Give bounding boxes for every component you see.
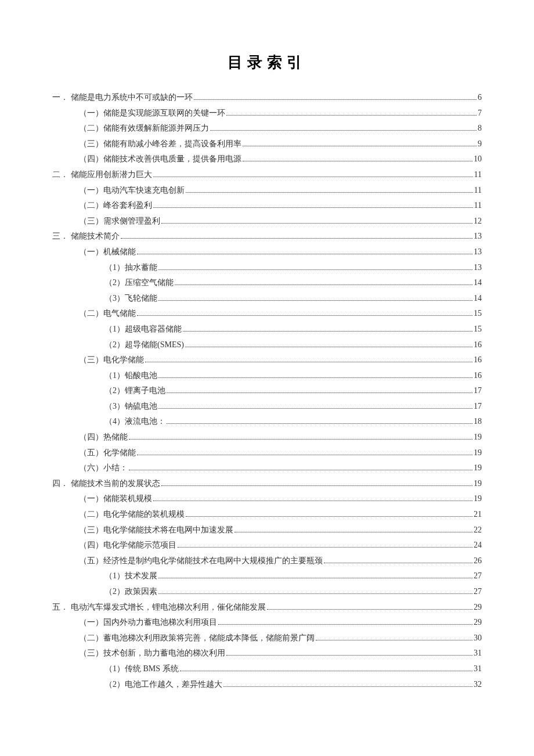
toc-entry[interactable]: （三）电化学储能16 (79, 352, 482, 368)
toc-entry[interactable]: （二）电化学储能的装机规模21 (79, 507, 482, 523)
toc-entry-text: （1）传统 BMS 系统 (104, 661, 179, 677)
toc-leader-dots (137, 315, 472, 316)
toc-entry[interactable]: （一）储能装机规模19 (79, 491, 482, 507)
toc-entry[interactable]: （三）技术创新，助力蓄电池的梯次利用31 (79, 646, 482, 661)
toc-entry-page: 10 (474, 152, 482, 167)
toc-entry-page: 17 (474, 399, 482, 415)
toc-entry-text: （四）电化学储能示范项目 (79, 538, 176, 553)
toc-entry[interactable]: （2）政策因素27 (104, 584, 482, 600)
toc-entry-page: 16 (474, 368, 482, 384)
toc-entry-text: （2）超导储能(SMES) (104, 337, 184, 353)
toc-entry[interactable]: （3）钠硫电池17 (104, 399, 482, 415)
toc-entry-page: 29 (474, 600, 482, 615)
toc-entry[interactable]: （三）需求侧管理盈利12 (79, 214, 482, 229)
toc-entry[interactable]: （一）国内外动力蓄电池梯次利用项目29 (79, 615, 482, 631)
toc-entry[interactable]: （2）超导储能(SMES)16 (104, 337, 482, 353)
toc-entry[interactable]: （六）小结：19 (79, 460, 482, 476)
toc-entry-page: 11 (474, 198, 482, 214)
toc-entry[interactable]: （五）化学储能19 (79, 445, 482, 461)
toc-entry-page: 19 (474, 460, 482, 476)
toc-entry[interactable]: （二）电气储能15 (79, 306, 482, 322)
toc-entry-text: （二）电化学储能的装机规模 (79, 507, 185, 523)
toc-leader-dots (158, 377, 472, 378)
toc-title: 目录索引 (52, 52, 482, 73)
toc-entry-text: （六）小结： (79, 460, 128, 476)
toc-entry-text: （2）电池工作越久，差异性越大 (104, 677, 222, 693)
toc-entry-page: 19 (474, 430, 482, 445)
toc-entry-page: 19 (474, 445, 482, 461)
toc-entry-page: 30 (474, 631, 482, 646)
toc-leader-dots (194, 99, 477, 100)
toc-entry-page: 13 (474, 260, 482, 276)
toc-entry-page: 24 (474, 538, 482, 553)
toc-entry[interactable]: （二）蓄电池梯次利用政策将完善，储能成本降低，储能前景广阔30 (79, 631, 482, 646)
toc-leader-dots (158, 593, 472, 594)
toc-entry[interactable]: （四）热储能19 (79, 430, 482, 445)
toc-entry-page: 18 (474, 414, 482, 430)
toc-entry-page: 7 (478, 106, 482, 121)
toc-entry-text: （五）化学储能 (79, 445, 136, 461)
toc-leader-dots (185, 347, 472, 347)
toc-entry-page: 32 (474, 677, 482, 693)
toc-entry-marker: 三． (52, 229, 71, 244)
toc-leader-dots (129, 470, 472, 470)
toc-entry[interactable]: （4）液流电池：18 (104, 414, 482, 430)
toc-entry[interactable]: 五．电动汽车爆发式增长，锂电池梯次利用，催化储能发展29 (52, 600, 482, 615)
toc-leader-dots (243, 146, 477, 146)
toc-entry-text: （一）储能是实现能源互联网的关键一环 (79, 106, 225, 121)
toc-leader-dots (175, 285, 472, 285)
toc-entry-page: 27 (474, 568, 482, 584)
toc-entry-text: （二）蓄电池梯次利用政策将完善，储能成本降低，储能前景广阔 (79, 631, 315, 646)
toc-entry[interactable]: 三．储能技术简介13 (52, 229, 482, 244)
toc-leader-dots (226, 115, 477, 116)
toc-leader-dots (243, 161, 472, 161)
toc-entry[interactable]: （1）抽水蓄能13 (104, 260, 482, 276)
toc-entry[interactable]: （2）电池工作越久，差异性越大32 (104, 677, 482, 693)
toc-leader-dots (186, 192, 473, 193)
toc-leader-dots (158, 578, 472, 578)
toc-entry-text: （一）国内外动力蓄电池梯次利用项目 (79, 615, 217, 631)
toc-entry[interactable]: （1）超级电容器储能15 (104, 322, 482, 337)
toc-leader-dots (121, 238, 472, 239)
toc-entry-text: （五）经济性是制约电化学储能技术在电网中大规模推广的主要瓶颈 (79, 553, 323, 569)
toc-entry[interactable]: （2）压缩空气储能14 (104, 275, 482, 291)
toc-entry[interactable]: （三）电化学储能技术将在电网中加速发展22 (79, 523, 482, 538)
toc-entry-text: （1）技术发展 (104, 568, 157, 584)
toc-entry-text: （1）超级电容器储能 (104, 322, 182, 337)
toc-entry[interactable]: （一）机械储能13 (79, 244, 482, 260)
toc-entry[interactable]: （一）电动汽车快速充电创新11 (79, 183, 482, 199)
toc-entry-page: 17 (474, 383, 482, 399)
toc-leader-dots (161, 485, 472, 486)
toc-entry[interactable]: 四．储能技术当前的发展状态19 (52, 476, 482, 492)
toc-entry-page: 9 (478, 136, 482, 152)
toc-leader-dots (137, 455, 472, 455)
toc-entry-text: （1）抽水蓄能 (104, 260, 157, 276)
toc-entry-page: 14 (474, 275, 482, 291)
toc-entry[interactable]: 一．储能是电力系统中不可或缺的一环6 (52, 90, 482, 106)
toc-leader-dots (167, 423, 472, 424)
toc-entry[interactable]: （一）储能是实现能源互联网的关键一环7 (79, 106, 482, 121)
toc-entry-text: （四）热储能 (79, 430, 128, 445)
toc-leader-dots (234, 532, 472, 532)
toc-entry[interactable]: （1）铅酸电池16 (104, 368, 482, 384)
toc-entry[interactable]: （三）储能有助减小峰谷差，提高设备利用率9 (79, 136, 482, 152)
toc-entry[interactable]: （四）电化学储能示范项目24 (79, 538, 482, 553)
toc-entry-page: 29 (474, 615, 482, 631)
toc-entry[interactable]: （3）飞轮储能14 (104, 291, 482, 307)
toc-entry[interactable]: （1）技术发展27 (104, 568, 482, 584)
toc-entry-page: 27 (474, 584, 482, 600)
toc-entry[interactable]: （二）峰谷套利盈利11 (79, 198, 482, 214)
toc-entry-text: （二）电气储能 (79, 306, 136, 322)
toc-entry[interactable]: （二）储能有效缓解新能源并网压力8 (79, 121, 482, 136)
toc-leader-dots (180, 671, 472, 671)
toc-entry[interactable]: （2）锂离子电池17 (104, 383, 482, 399)
toc-entry-page: 13 (474, 244, 482, 260)
toc-entry[interactable]: （四）储能技术改善供电质量，提供备用电源10 (79, 152, 482, 167)
toc-entry-text: （一）电动汽车快速充电创新 (79, 183, 185, 199)
toc-entry[interactable]: （1）传统 BMS 系统31 (104, 661, 482, 677)
toc-entry[interactable]: 二．储能应用创新潜力巨大11 (52, 167, 482, 183)
toc-entry[interactable]: （五）经济性是制约电化学储能技术在电网中大规模推广的主要瓶颈26 (79, 553, 482, 569)
toc-entry-text: （2）压缩空气储能 (104, 275, 174, 291)
toc-leader-dots (226, 655, 472, 656)
toc-entry-page: 12 (474, 214, 482, 229)
